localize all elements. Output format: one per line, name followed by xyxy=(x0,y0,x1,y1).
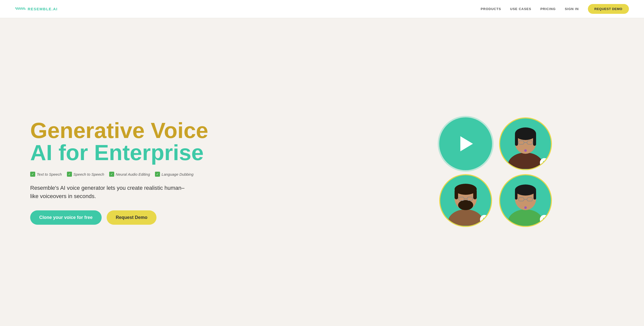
svg-rect-4 xyxy=(515,133,518,146)
nav-request-demo-button[interactable]: REQUEST DEMO xyxy=(588,4,629,14)
hero-section: Generative Voice AI for Enterprise ✓ Tex… xyxy=(0,18,644,326)
avatar-man1-play[interactable] xyxy=(480,215,489,224)
feature-sts: ✓ Speech to Speech xyxy=(67,172,104,177)
svg-rect-26 xyxy=(534,190,536,200)
svg-point-3 xyxy=(515,127,536,140)
nav-pricing[interactable]: PRICING xyxy=(540,7,556,11)
svg-point-10 xyxy=(448,209,483,226)
small-play-icon xyxy=(543,161,546,164)
clone-voice-button[interactable]: Clone your voice for free xyxy=(30,210,102,225)
cta-buttons: Clone your voice for free Request Demo xyxy=(30,210,351,225)
svg-point-9 xyxy=(524,149,527,152)
feature-nae-label: Neural Audio Editing xyxy=(116,172,150,176)
avatar-woman2 xyxy=(499,174,552,227)
headline-gold: Generative Voice xyxy=(30,118,208,143)
feature-badges: ✓ Text to Speech ✓ Speech to Speech ✓ Ne… xyxy=(30,172,351,177)
svg-rect-14 xyxy=(455,189,458,199)
hero-content: Generative Voice AI for Enterprise ✓ Tex… xyxy=(30,119,351,225)
svg-point-30 xyxy=(524,206,527,209)
hero-headline: Generative Voice AI for Enterprise xyxy=(30,119,351,164)
feature-ld-label: Language Dubbing xyxy=(162,172,193,176)
hero-visual xyxy=(380,117,614,227)
feature-ld: ✓ Language Dubbing xyxy=(155,172,193,177)
svg-point-0 xyxy=(508,153,543,169)
check-icon-sts: ✓ xyxy=(67,172,72,177)
svg-rect-5 xyxy=(533,133,536,146)
request-demo-button[interactable]: Request Demo xyxy=(107,210,156,225)
small-play-icon-3 xyxy=(543,218,546,221)
svg-point-21 xyxy=(508,209,543,226)
avatar-woman1-play[interactable] xyxy=(540,158,549,167)
svg-rect-15 xyxy=(473,189,477,199)
navbar: RESEMBLE.AI PRODUCTS USE CASES PRICING S… xyxy=(0,0,644,18)
avatar-woman1 xyxy=(499,117,552,170)
logo-wave-icon xyxy=(15,6,26,13)
avatar-woman2-play[interactable] xyxy=(540,215,549,224)
check-icon-nae: ✓ xyxy=(109,172,114,177)
check-icon-ld: ✓ xyxy=(155,172,160,177)
feature-tts-label: Text to Speech xyxy=(37,172,62,176)
nav-sign-in[interactable]: SIGN IN xyxy=(565,7,579,11)
nav-use-cases[interactable]: USE CASES xyxy=(510,7,531,11)
headline-teal: AI for Enterprise xyxy=(30,140,204,165)
feature-sts-label: Speech to Speech xyxy=(73,172,104,176)
small-play-icon-2 xyxy=(483,218,486,221)
svg-point-24 xyxy=(515,184,536,196)
svg-point-17 xyxy=(461,201,470,204)
nav-products[interactable]: PRODUCTS xyxy=(481,7,501,11)
nav-links: PRODUCTS USE CASES PRICING SIGN IN REQUE… xyxy=(481,4,629,14)
play-button-circle[interactable] xyxy=(439,117,492,170)
avatar-man1 xyxy=(439,174,492,227)
logo-text: RESEMBLE.AI xyxy=(28,7,58,11)
logo[interactable]: RESEMBLE.AI xyxy=(15,6,58,13)
feature-nae: ✓ Neural Audio Editing xyxy=(109,172,150,177)
play-triangle-icon xyxy=(460,136,473,151)
hero-description: Resemble's AI voice generator lets you c… xyxy=(30,184,186,200)
check-icon-tts: ✓ xyxy=(30,172,35,177)
svg-rect-25 xyxy=(515,190,517,200)
feature-tts: ✓ Text to Speech xyxy=(30,172,62,177)
avatar-grid xyxy=(439,117,555,227)
